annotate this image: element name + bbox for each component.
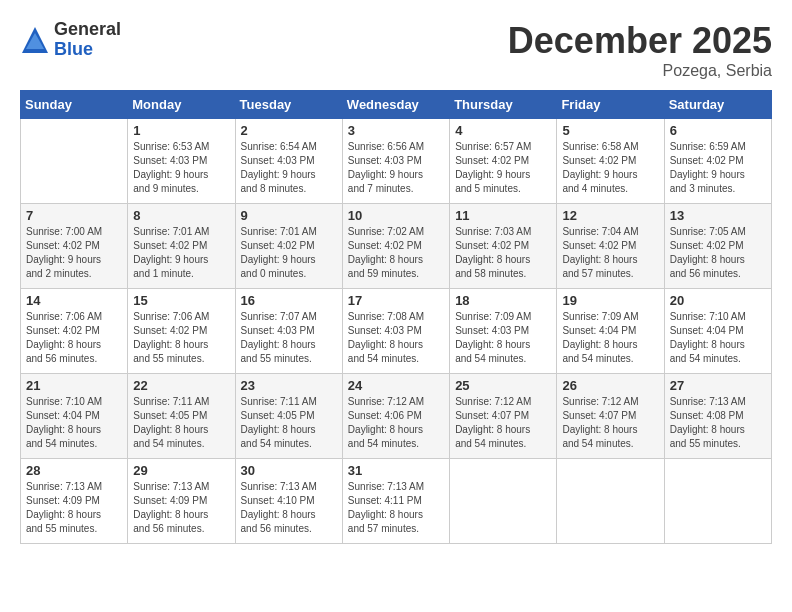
calendar-cell: 7Sunrise: 7:00 AM Sunset: 4:02 PM Daylig… [21,204,128,289]
logo: General Blue [20,20,121,60]
title-area: December 2025 Pozega, Serbia [508,20,772,80]
month-title: December 2025 [508,20,772,62]
calendar-cell: 18Sunrise: 7:09 AM Sunset: 4:03 PM Dayli… [450,289,557,374]
calendar-cell: 14Sunrise: 7:06 AM Sunset: 4:02 PM Dayli… [21,289,128,374]
day-number: 11 [455,208,551,223]
day-number: 15 [133,293,229,308]
day-info: Sunrise: 7:12 AM Sunset: 4:07 PM Dayligh… [455,395,551,451]
week-row-3: 14Sunrise: 7:06 AM Sunset: 4:02 PM Dayli… [21,289,772,374]
calendar-cell: 20Sunrise: 7:10 AM Sunset: 4:04 PM Dayli… [664,289,771,374]
day-info: Sunrise: 7:11 AM Sunset: 4:05 PM Dayligh… [133,395,229,451]
calendar-cell: 16Sunrise: 7:07 AM Sunset: 4:03 PM Dayli… [235,289,342,374]
day-number: 22 [133,378,229,393]
column-header-sunday: Sunday [21,91,128,119]
day-info: Sunrise: 6:54 AM Sunset: 4:03 PM Dayligh… [241,140,337,196]
logo-icon [20,25,50,55]
calendar-cell [664,459,771,544]
day-info: Sunrise: 7:09 AM Sunset: 4:03 PM Dayligh… [455,310,551,366]
day-number: 25 [455,378,551,393]
page-header: General Blue December 2025 Pozega, Serbi… [20,20,772,80]
day-number: 31 [348,463,444,478]
calendar-cell: 15Sunrise: 7:06 AM Sunset: 4:02 PM Dayli… [128,289,235,374]
day-number: 26 [562,378,658,393]
day-number: 20 [670,293,766,308]
calendar-cell: 25Sunrise: 7:12 AM Sunset: 4:07 PM Dayli… [450,374,557,459]
day-number: 21 [26,378,122,393]
day-info: Sunrise: 6:53 AM Sunset: 4:03 PM Dayligh… [133,140,229,196]
calendar-cell: 10Sunrise: 7:02 AM Sunset: 4:02 PM Dayli… [342,204,449,289]
day-number: 18 [455,293,551,308]
day-info: Sunrise: 7:10 AM Sunset: 4:04 PM Dayligh… [670,310,766,366]
calendar-cell: 29Sunrise: 7:13 AM Sunset: 4:09 PM Dayli… [128,459,235,544]
day-info: Sunrise: 7:13 AM Sunset: 4:10 PM Dayligh… [241,480,337,536]
week-row-5: 28Sunrise: 7:13 AM Sunset: 4:09 PM Dayli… [21,459,772,544]
day-info: Sunrise: 6:59 AM Sunset: 4:02 PM Dayligh… [670,140,766,196]
day-info: Sunrise: 7:06 AM Sunset: 4:02 PM Dayligh… [26,310,122,366]
day-number: 12 [562,208,658,223]
day-number: 3 [348,123,444,138]
day-info: Sunrise: 7:00 AM Sunset: 4:02 PM Dayligh… [26,225,122,281]
day-number: 23 [241,378,337,393]
logo-general-text: General [54,20,121,40]
day-info: Sunrise: 7:02 AM Sunset: 4:02 PM Dayligh… [348,225,444,281]
logo-blue-text: Blue [54,40,121,60]
calendar-cell: 2Sunrise: 6:54 AM Sunset: 4:03 PM Daylig… [235,119,342,204]
day-number: 4 [455,123,551,138]
calendar-cell: 11Sunrise: 7:03 AM Sunset: 4:02 PM Dayli… [450,204,557,289]
header-row: SundayMondayTuesdayWednesdayThursdayFrid… [21,91,772,119]
calendar-cell: 3Sunrise: 6:56 AM Sunset: 4:03 PM Daylig… [342,119,449,204]
calendar-cell: 12Sunrise: 7:04 AM Sunset: 4:02 PM Dayli… [557,204,664,289]
calendar-cell: 27Sunrise: 7:13 AM Sunset: 4:08 PM Dayli… [664,374,771,459]
day-number: 7 [26,208,122,223]
day-info: Sunrise: 7:06 AM Sunset: 4:02 PM Dayligh… [133,310,229,366]
column-header-friday: Friday [557,91,664,119]
calendar-cell: 28Sunrise: 7:13 AM Sunset: 4:09 PM Dayli… [21,459,128,544]
day-info: Sunrise: 7:13 AM Sunset: 4:11 PM Dayligh… [348,480,444,536]
calendar-cell: 31Sunrise: 7:13 AM Sunset: 4:11 PM Dayli… [342,459,449,544]
week-row-2: 7Sunrise: 7:00 AM Sunset: 4:02 PM Daylig… [21,204,772,289]
calendar-cell: 22Sunrise: 7:11 AM Sunset: 4:05 PM Dayli… [128,374,235,459]
day-info: Sunrise: 7:01 AM Sunset: 4:02 PM Dayligh… [133,225,229,281]
column-header-saturday: Saturday [664,91,771,119]
day-info: Sunrise: 7:08 AM Sunset: 4:03 PM Dayligh… [348,310,444,366]
day-number: 30 [241,463,337,478]
day-info: Sunrise: 7:13 AM Sunset: 4:09 PM Dayligh… [26,480,122,536]
calendar-cell: 23Sunrise: 7:11 AM Sunset: 4:05 PM Dayli… [235,374,342,459]
calendar-cell: 9Sunrise: 7:01 AM Sunset: 4:02 PM Daylig… [235,204,342,289]
calendar-cell [21,119,128,204]
column-header-wednesday: Wednesday [342,91,449,119]
day-number: 6 [670,123,766,138]
week-row-1: 1Sunrise: 6:53 AM Sunset: 4:03 PM Daylig… [21,119,772,204]
day-number: 29 [133,463,229,478]
calendar-cell: 4Sunrise: 6:57 AM Sunset: 4:02 PM Daylig… [450,119,557,204]
calendar-cell [557,459,664,544]
calendar-cell: 30Sunrise: 7:13 AM Sunset: 4:10 PM Dayli… [235,459,342,544]
day-info: Sunrise: 6:56 AM Sunset: 4:03 PM Dayligh… [348,140,444,196]
calendar-cell: 26Sunrise: 7:12 AM Sunset: 4:07 PM Dayli… [557,374,664,459]
day-number: 14 [26,293,122,308]
calendar-cell: 24Sunrise: 7:12 AM Sunset: 4:06 PM Dayli… [342,374,449,459]
day-info: Sunrise: 7:04 AM Sunset: 4:02 PM Dayligh… [562,225,658,281]
column-header-monday: Monday [128,91,235,119]
calendar-cell: 17Sunrise: 7:08 AM Sunset: 4:03 PM Dayli… [342,289,449,374]
day-number: 24 [348,378,444,393]
day-info: Sunrise: 7:10 AM Sunset: 4:04 PM Dayligh… [26,395,122,451]
day-info: Sunrise: 7:09 AM Sunset: 4:04 PM Dayligh… [562,310,658,366]
day-info: Sunrise: 7:12 AM Sunset: 4:07 PM Dayligh… [562,395,658,451]
column-header-thursday: Thursday [450,91,557,119]
day-number: 27 [670,378,766,393]
calendar-cell: 6Sunrise: 6:59 AM Sunset: 4:02 PM Daylig… [664,119,771,204]
day-info: Sunrise: 7:12 AM Sunset: 4:06 PM Dayligh… [348,395,444,451]
day-number: 28 [26,463,122,478]
day-number: 8 [133,208,229,223]
calendar-cell: 1Sunrise: 6:53 AM Sunset: 4:03 PM Daylig… [128,119,235,204]
calendar-cell: 21Sunrise: 7:10 AM Sunset: 4:04 PM Dayli… [21,374,128,459]
day-number: 5 [562,123,658,138]
calendar-cell: 8Sunrise: 7:01 AM Sunset: 4:02 PM Daylig… [128,204,235,289]
day-number: 17 [348,293,444,308]
logo-text: General Blue [54,20,121,60]
day-number: 10 [348,208,444,223]
day-info: Sunrise: 7:11 AM Sunset: 4:05 PM Dayligh… [241,395,337,451]
day-number: 1 [133,123,229,138]
day-info: Sunrise: 7:13 AM Sunset: 4:08 PM Dayligh… [670,395,766,451]
